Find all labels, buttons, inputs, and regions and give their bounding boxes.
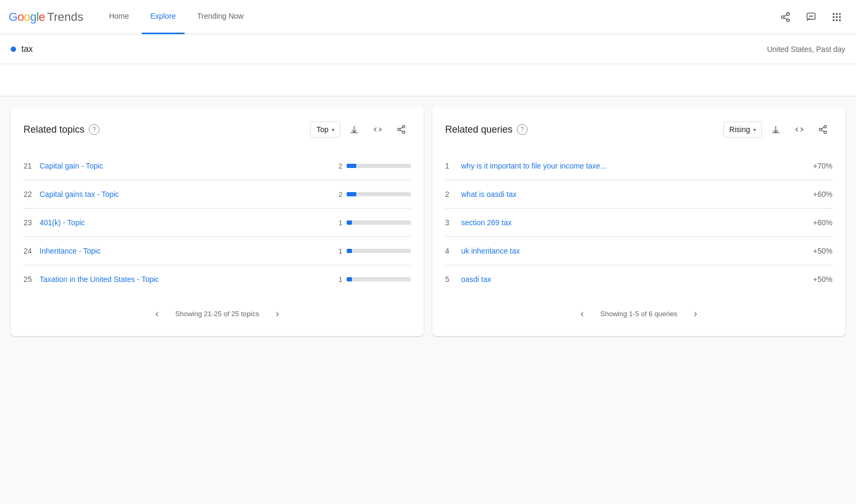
logo-trends-text: Trends — [47, 10, 83, 24]
app-header: Google Trends Home Explore Trending Now — [0, 0, 856, 34]
queries-download-icon[interactable] — [766, 120, 785, 139]
related-topics-help-icon[interactable]: ? — [89, 124, 100, 135]
related-topics-title: Related topics — [24, 124, 85, 135]
svg-point-0 — [787, 12, 790, 15]
row-number: 2 — [445, 190, 461, 198]
row-label[interactable]: Taxation in the United States - Topic — [40, 275, 332, 284]
chart-area — [0, 64, 856, 96]
svg-point-25 — [819, 128, 822, 131]
topics-share-icon[interactable] — [392, 120, 411, 139]
row-number: 23 — [24, 218, 40, 227]
nav-explore[interactable]: Explore — [142, 0, 184, 34]
svg-rect-15 — [839, 16, 840, 18]
svg-rect-14 — [836, 16, 837, 18]
logo-google-text: Google — [9, 10, 45, 24]
main-content: Related topics ? Top ▾ — [0, 96, 856, 347]
topics-prev-page[interactable]: ‹ — [148, 304, 167, 323]
svg-rect-17 — [836, 19, 837, 21]
related-queries-header: Related queries ? Rising ▾ — [445, 120, 832, 139]
row-label[interactable]: uk inheritance tax — [461, 247, 800, 255]
topics-filter-label: Top — [316, 125, 328, 134]
table-row: 1 why is it important to file your incom… — [445, 152, 832, 180]
feedback-icon[interactable] — [800, 6, 822, 28]
svg-point-1 — [782, 16, 784, 18]
topics-download-icon[interactable] — [345, 120, 364, 139]
nav-trending-now[interactable]: Trending Now — [189, 0, 253, 34]
row-label[interactable]: Capital gain - Topic — [40, 162, 332, 170]
row-label[interactable]: why is it important to file your income … — [461, 162, 800, 170]
topics-filter-chevron: ▾ — [332, 127, 334, 133]
svg-point-21 — [402, 131, 405, 134]
bar-container — [347, 192, 411, 196]
related-topics-actions: Top ▾ — [310, 120, 411, 139]
logo[interactable]: Google Trends — [9, 10, 83, 24]
nav-home[interactable]: Home — [101, 0, 137, 34]
table-row: 25 Taxation in the United States - Topic… — [24, 265, 411, 293]
svg-line-28 — [821, 127, 824, 129]
row-label[interactable]: section 269 tax — [461, 218, 800, 227]
topics-filter-dropdown[interactable]: Top ▾ — [310, 121, 340, 138]
row-number: 1 — [445, 162, 461, 170]
queries-embed-icon[interactable] — [790, 120, 809, 139]
header-actions — [775, 6, 847, 28]
bar-fill — [347, 249, 352, 253]
svg-point-19 — [402, 126, 405, 128]
search-indicator-dot — [11, 47, 16, 52]
table-row: 23 401(k) - Topic 1 — [24, 209, 411, 237]
row-label[interactable]: Inheritance - Topic — [40, 247, 332, 255]
svg-line-3 — [784, 18, 787, 19]
svg-line-23 — [400, 127, 402, 129]
share-icon[interactable] — [775, 6, 796, 28]
related-queries-help-icon[interactable]: ? — [517, 124, 528, 135]
queries-filter-dropdown[interactable]: Rising ▾ — [723, 121, 762, 138]
svg-line-27 — [821, 130, 824, 132]
svg-rect-16 — [833, 19, 835, 21]
row-value: 1 — [332, 219, 342, 227]
row-number: 4 — [445, 247, 461, 255]
table-row: 22 Capital gains tax - Topic 2 — [24, 180, 411, 209]
row-number: 25 — [24, 275, 40, 284]
queries-prev-page[interactable]: ‹ — [572, 304, 592, 323]
search-term-text: tax — [21, 44, 33, 54]
table-row: 5 oasdi tax +50% — [445, 265, 832, 293]
svg-point-2 — [787, 19, 790, 21]
main-nav: Home Explore Trending Now — [101, 0, 252, 34]
topics-pagination-text: Showing 21-25 of 25 topics — [175, 310, 259, 318]
row-label[interactable]: 401(k) - Topic — [40, 218, 332, 227]
related-topics-list: 21 Capital gain - Topic 2 22 Capital gai… — [24, 152, 411, 293]
svg-line-22 — [400, 130, 402, 132]
queries-pagination-text: Showing 1-5 of 6 queries — [600, 310, 677, 318]
svg-line-4 — [784, 14, 787, 16]
svg-rect-11 — [836, 13, 837, 14]
row-label[interactable]: what is oasdi tax — [461, 190, 800, 198]
table-row: 24 Inheritance - Topic 1 — [24, 237, 411, 265]
row-number: 21 — [24, 162, 40, 170]
row-number: 24 — [24, 247, 40, 255]
related-queries-list: 1 why is it important to file your incom… — [445, 152, 832, 293]
row-label[interactable]: Capital gains tax - Topic — [40, 190, 332, 198]
search-term-display: tax — [11, 44, 33, 54]
bar-container — [347, 277, 411, 281]
row-value: 2 — [332, 190, 342, 198]
topics-next-page[interactable]: › — [268, 304, 287, 323]
queries-next-page[interactable]: › — [686, 304, 705, 323]
related-topics-card: Related topics ? Top ▾ — [11, 107, 424, 336]
search-bar: tax United States, Past day — [0, 34, 856, 64]
bar-container — [347, 249, 411, 253]
svg-rect-18 — [839, 19, 840, 21]
table-row: 4 uk inheritance tax +50% — [445, 237, 832, 265]
row-label[interactable]: oasdi tax — [461, 275, 800, 284]
related-queries-card: Related queries ? Rising ▾ — [432, 107, 845, 336]
row-change: +50% — [800, 275, 832, 284]
apps-icon[interactable] — [826, 6, 847, 28]
related-topics-header: Related topics ? Top ▾ — [24, 120, 411, 139]
bar-fill — [347, 277, 352, 281]
topics-embed-icon[interactable] — [368, 120, 387, 139]
svg-rect-10 — [833, 13, 835, 14]
topics-pagination: ‹ Showing 21-25 of 25 topics › — [24, 293, 411, 323]
queries-share-icon[interactable] — [813, 120, 832, 139]
row-value: 1 — [332, 247, 342, 255]
svg-point-24 — [824, 126, 827, 128]
svg-rect-13 — [833, 16, 835, 18]
svg-rect-12 — [839, 13, 840, 14]
